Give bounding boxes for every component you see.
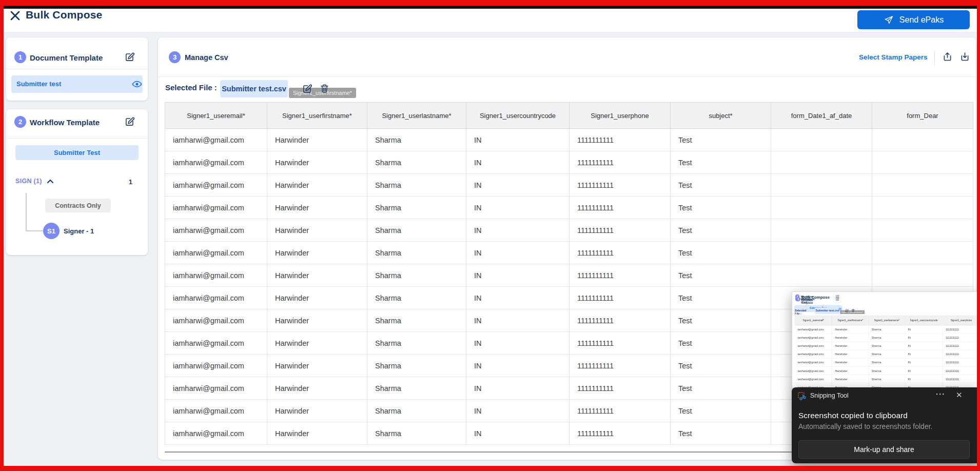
cell: Test [671,332,771,355]
annotation-border-left [0,0,4,471]
cell: IN [466,377,570,400]
table-row: iamharwi@gmail.comHarwinderSharmaIN11111… [165,129,973,151]
cell: Harwinder [267,219,367,242]
delete-csv-icon[interactable] [319,83,330,94]
column-header: Signer1_usercountrycode [466,103,570,129]
sign-group-header[interactable]: SIGN (1) [15,178,54,185]
cell: Test [671,422,771,445]
table-row: iamharwi@gmail.comHarwinderSharmaIN11111… [165,242,973,264]
cell: Sharma [367,332,466,355]
step-2-badge: 2 [14,116,26,128]
cell: Test [671,174,771,197]
cell: Sharma [367,355,466,377]
column-header: Signer1_userfirstname* [267,103,367,129]
cell: Harwinder [267,287,367,309]
cell: Test [671,377,771,400]
sign-group-label: SIGN (1) [15,178,42,185]
cell: Sharma [367,309,466,332]
cell: iamharwi@gmail.com [165,377,267,400]
cell: 1111111111 [570,242,671,264]
snipping-tool-icon [798,392,807,401]
cell: Test [671,264,771,287]
cell: iamharwi@gmail.com [165,129,267,151]
cell: Sharma [367,197,466,219]
signer-label[interactable]: Signer - 1 [64,227,94,235]
cell: iamharwi@gmail.com [165,287,267,309]
selected-workflow-item[interactable]: Submitter Test [15,145,139,160]
edit-document-template-icon[interactable] [124,51,135,63]
cell: 1111111111 [570,287,671,309]
cell: Test [671,219,771,242]
cell [872,264,973,287]
contracts-only-tag: Contracts Only [45,199,111,212]
upload-csv-icon[interactable] [942,51,953,62]
cell: 1111111111 [570,264,671,287]
select-stamp-papers-link[interactable]: Select Stamp Papers [859,53,928,61]
cell: iamharwi@gmail.com [165,242,267,264]
cell: Sharma [367,174,466,197]
cell: IN [466,287,570,309]
screen: Bulk Compose Send ePaks 1 Document Templ… [0,0,980,471]
edit-csv-icon[interactable] [302,83,313,94]
cell: IN [466,242,570,264]
send-icon [884,15,894,25]
screenshot-thumbnail[interactable]: Bulk Compose Send ePaks 1 Document Templ… [792,291,980,388]
cell [872,242,973,264]
document-template-card: 1 Document Template Submitter test [6,37,148,101]
close-icon[interactable] [10,11,20,21]
divider [6,69,148,69]
cell [771,129,872,151]
send-epaks-button[interactable]: Send ePaks [857,10,970,29]
cell [872,151,973,174]
edit-workflow-template-icon[interactable] [124,116,135,127]
sign-count: 1 [129,178,132,186]
cell: Harwinder [267,332,367,355]
cell: IN [466,151,570,174]
cell: IN [466,129,570,151]
cell [771,174,872,197]
document-template-title: Document Template [30,53,103,62]
cell: Harwinder [267,264,367,287]
column-header: Signer1_userlastname* [367,103,466,129]
cell: 1111111111 [570,355,671,377]
table-row: iamharwi@gmail.comHarwinderSharmaIN11111… [165,264,973,287]
cell [771,264,872,287]
cell: Sharma [367,151,466,174]
cell: Test [671,151,771,174]
cell: iamharwi@gmail.com [165,219,267,242]
cell: 1111111111 [570,129,671,151]
annotation-border-top [0,0,980,6]
divider [158,76,976,77]
annotation-border-bottom [0,466,980,471]
cell: Test [671,287,771,309]
chevron-up-icon [47,179,54,184]
cell: Harwinder [267,400,367,422]
cell: iamharwi@gmail.com [165,332,267,355]
cell: 1111111111 [570,174,671,197]
snipping-tool-app-name: Snipping Tool [810,392,849,399]
cell: Test [671,129,771,151]
cell: Test [671,197,771,219]
cell: iamharwi@gmail.com [165,197,267,219]
preview-eye-icon[interactable] [131,78,143,90]
notification-subtitle: Automatically saved to screenshots folde… [798,422,932,430]
cell [771,151,872,174]
cell: Harwinder [267,129,367,151]
markup-and-share-button[interactable]: Mark-up and share [798,440,970,459]
screenshot-thumbnail-content: Bulk Compose Send ePaks 1 Document Templ… [792,292,980,388]
notification-close-icon[interactable]: ✕ [956,390,963,400]
selected-document-item[interactable]: Submitter test [11,75,143,93]
column-header: form_Dear [872,103,973,129]
cell: IN [466,264,570,287]
cell: 1111111111 [570,332,671,355]
selected-file-chip[interactable]: Submitter test.csv [220,80,288,97]
snipping-tool-notification: Snipping Tool ⋯ ✕ Screenshot copied to c… [792,387,980,463]
download-csv-icon[interactable] [959,51,970,62]
manage-csv-title: Manage Csv [185,53,228,62]
cell: IN [466,219,570,242]
cell [872,174,973,197]
cell: IN [466,309,570,332]
notification-more-icon[interactable]: ⋯ [935,388,945,400]
send-epaks-label: Send ePaks [899,15,944,25]
cell: Harwinder [267,151,367,174]
